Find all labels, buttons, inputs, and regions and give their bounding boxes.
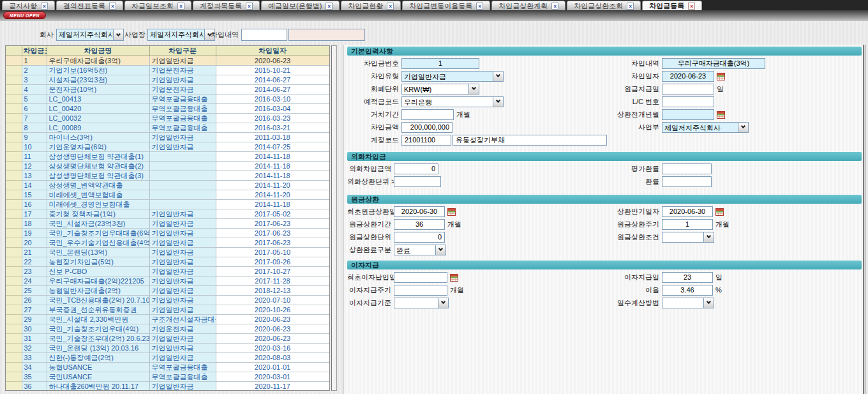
row-selector[interactable] — [6, 66, 22, 75]
grid-row[interactable]: 4운전자금(10억)기업운전자금2014-06-27 — [6, 85, 329, 95]
grid-row[interactable]: 23신보 P-CBO기업일반자금2017-10-27 — [6, 267, 329, 277]
grid-row[interactable]: 5LC_00413무역포괄금융대출2016-03-10 — [6, 95, 329, 104]
row-selector[interactable] — [6, 75, 22, 85]
grid-row[interactable]: 16미래에셋_경영인보험대출2014-11-18 — [6, 200, 329, 209]
field-input[interactable]: 0 — [394, 163, 438, 174]
row-selector[interactable] — [6, 286, 22, 296]
chevron-down-icon[interactable] — [703, 298, 714, 308]
grid-row[interactable]: 12삼성생명단체보험 약관대출(2)2014-11-18 — [6, 162, 329, 171]
grid-row[interactable]: 10기업운영자금(6억)기업일반자금2014-07-25 — [6, 142, 329, 152]
grid-row[interactable]: 7LC_00032무역포괄금융대출2016-03-23 — [6, 114, 329, 123]
grid-row[interactable]: 21국민_온랜딩(13억)기업일반자금2017-05-10 — [6, 248, 329, 257]
field-input[interactable]: 0 — [394, 232, 445, 243]
row-selector[interactable] — [6, 95, 22, 104]
row-selector[interactable] — [6, 315, 22, 324]
row-selector[interactable] — [6, 142, 22, 152]
field-input[interactable]: 1 — [401, 58, 479, 69]
field-input[interactable]: 21001100 — [401, 135, 451, 146]
menu-open-button[interactable]: MENU OPEN — [3, 11, 46, 19]
row-selector[interactable] — [6, 200, 22, 209]
tab-5[interactable]: 예금일보(은행별)x — [261, 1, 340, 10]
grid-row[interactable]: 1우리구매자금대출(3억)기업일반자금2020-06-23 — [6, 56, 329, 66]
row-selector[interactable] — [6, 382, 22, 391]
row-selector[interactable] — [6, 363, 22, 372]
grid-row[interactable]: 24우리구매자금대출(2억)221205기업일반자금2017-11-28 — [6, 277, 329, 286]
field-select[interactable]: 제일저지주식회사 — [662, 122, 749, 133]
field-select[interactable]: 우리은행 — [401, 96, 504, 107]
chevron-down-icon[interactable] — [468, 84, 479, 94]
field-input[interactable] — [662, 109, 714, 120]
panel-vertical-scrollbar[interactable] — [863, 45, 866, 394]
grid-row[interactable]: 13삼성생명단체보험 약관대출(3)2014-11-18 — [6, 171, 329, 181]
row-selector[interactable] — [6, 181, 22, 190]
chevron-down-icon[interactable] — [493, 72, 503, 81]
grid-row[interactable]: 22농협장기차입금(5억)기업일반자금2017-09-26 — [6, 257, 329, 267]
grid-row[interactable]: 18국민_시설자금(23억3천)기업일반자금2017-06-23 — [6, 219, 329, 229]
calendar-icon[interactable] — [447, 208, 456, 216]
grid-row[interactable]: 19국민_기술창조기업우대대출(6억)기업일반자금2017-06-23 — [6, 229, 329, 238]
row-selector[interactable] — [6, 267, 22, 277]
tab-close-icon[interactable]: x — [177, 3, 184, 10]
field-input[interactable]: 2020-06-30 — [662, 206, 713, 217]
tab-4[interactable]: 계정과목등록x — [193, 1, 260, 10]
field-input[interactable] — [394, 285, 447, 296]
tab-close-icon[interactable]: x — [109, 3, 116, 10]
grid-row[interactable]: 8LC_00089무역포괄금융대출2016-03-21 — [6, 123, 329, 133]
tab-close-icon[interactable]: x — [551, 3, 558, 10]
grid-row[interactable]: 2기업기보(16억5천)기업운전자금2015-10-21 — [6, 66, 329, 75]
field-select[interactable]: 완료 — [394, 245, 446, 255]
field-input[interactable]: 2020-06-23 — [662, 71, 714, 82]
field-input[interactable]: 23 — [662, 272, 713, 283]
tab-6[interactable]: 차입금현황x — [341, 1, 401, 10]
row-selector[interactable] — [6, 238, 22, 248]
row-selector[interactable] — [6, 334, 22, 344]
field-input[interactable] — [394, 176, 441, 187]
row-selector[interactable] — [6, 152, 22, 162]
field-input[interactable]: 36 — [394, 219, 445, 230]
field-select[interactable] — [394, 298, 449, 308]
grid-row[interactable]: 11삼성생명단체보험 약관대출(1)2014-11-18 — [6, 152, 329, 162]
grid-row[interactable]: 20국민_우수기술기업신용대출(4억)기업일반자금2017-06-23 — [6, 238, 329, 248]
grid-row[interactable]: 6LC_00420무역포괄금융대출2016-03-04 — [6, 104, 329, 114]
row-selector[interactable] — [6, 104, 22, 114]
row-selector[interactable] — [6, 209, 22, 219]
grid-row[interactable]: 36하나대출260백만원 20.11.17기업일반자금2020-11-17 — [6, 382, 329, 391]
tab-7[interactable]: 차입금변동이율등록x — [402, 1, 490, 10]
chevron-down-icon[interactable] — [703, 232, 714, 242]
row-selector[interactable] — [6, 133, 22, 142]
site-select[interactable]: 제일저지주식회사 — [147, 29, 215, 41]
tab-8[interactable]: 차입금상환계획x — [491, 1, 565, 10]
field-input[interactable] — [662, 176, 712, 187]
field-input-secondary[interactable]: 유동성장기부채 — [453, 135, 607, 146]
grid-row[interactable]: 34농협USANCE무역포괄금융대출2020-01-01 — [6, 363, 329, 372]
tab-2[interactable]: 결의전표등록x — [56, 1, 123, 10]
field-input[interactable] — [662, 163, 712, 174]
row-selector[interactable] — [6, 257, 22, 267]
grid-row[interactable]: 9마이너스(3억)기업일반자금2011-03-18 — [6, 133, 329, 142]
calendar-icon[interactable] — [715, 208, 724, 216]
row-selector[interactable] — [6, 296, 22, 305]
row-selector[interactable] — [6, 344, 22, 353]
chevron-down-icon[interactable] — [435, 245, 445, 255]
grid-row[interactable]: 35국민USANCE무역포괄금융대출2020-03-01 — [6, 372, 329, 382]
tab-3[interactable]: 자금일보조회x — [124, 1, 191, 10]
tab-9[interactable]: 차입금상환조회x — [567, 1, 641, 10]
row-selector[interactable] — [6, 171, 22, 181]
tab-close-icon[interactable]: x — [627, 3, 634, 10]
tab-1[interactable]: 공지사항x — [2, 1, 55, 10]
chevron-down-icon[interactable] — [738, 123, 748, 132]
tab-close-icon[interactable]: x — [476, 3, 483, 10]
grid-row[interactable]: 31국민_기술창조우대(2억) 20.6.23기업일반자금2020-06-23 — [6, 334, 329, 344]
row-selector[interactable] — [6, 85, 22, 95]
grid-row[interactable]: 27부국증권_선순위유동화증권기업일반자금2020-10-26 — [6, 305, 329, 315]
tab-10[interactable]: 차입금등록x — [642, 1, 702, 10]
grid-row[interactable]: 26국민_TCB신용대출(2억) 20.7.10기업일반자금2020-07-10 — [6, 296, 329, 305]
tab-close-icon[interactable]: x — [246, 3, 253, 10]
grid-row[interactable]: 17중기청 정책자금(1억)기업일반자금2017-05-02 — [6, 209, 329, 219]
row-selector[interactable] — [6, 372, 22, 382]
grid-row[interactable]: 14삼성생명_변액약관대출2014-11-20 — [6, 181, 329, 190]
row-selector[interactable] — [6, 305, 22, 315]
grid-row[interactable]: 32국민_온랜딩 (13억) 20.03.16기업일반자금2020-03-16 — [6, 344, 329, 353]
row-selector[interactable] — [6, 162, 22, 171]
row-selector[interactable] — [6, 114, 22, 123]
